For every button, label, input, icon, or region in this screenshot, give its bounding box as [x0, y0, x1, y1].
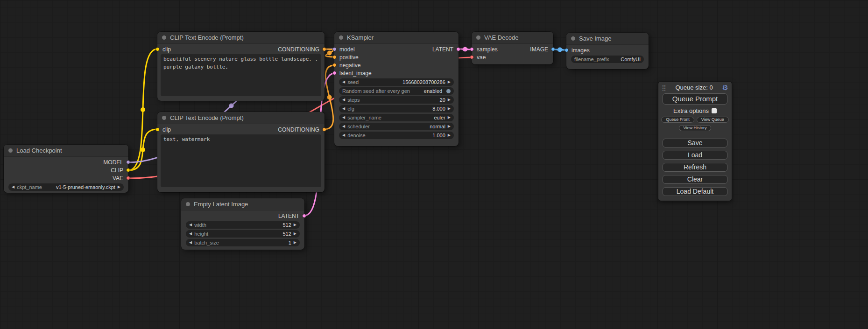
- input-dot-latent-image[interactable]: [332, 71, 337, 75]
- output-dot-clip[interactable]: [126, 168, 130, 172]
- widget-batch-size[interactable]: ◀ batch_size 1 ▶: [186, 239, 300, 246]
- arrow-left-icon[interactable]: ◀: [189, 232, 192, 236]
- node-title-bar[interactable]: CLIP Text Encode (Prompt): [157, 112, 325, 124]
- output-slot-latent: LATENT: [181, 212, 304, 220]
- arrow-right-icon[interactable]: ▶: [294, 241, 296, 245]
- input-dot-model[interactable]: [332, 47, 337, 51]
- view-history-button[interactable]: View History: [679, 125, 712, 131]
- load-button[interactable]: Load: [663, 151, 727, 160]
- node-empty-latent-image[interactable]: Empty Latent Image LATENT ◀ width 512 ▶ …: [181, 198, 304, 250]
- widget-steps[interactable]: ◀ steps 20 ▶: [339, 96, 454, 104]
- arrow-right-icon[interactable]: ▶: [448, 80, 451, 84]
- widget-height[interactable]: ◀ height 512 ▶: [186, 230, 300, 238]
- input-dot-samples[interactable]: [470, 47, 474, 51]
- widget-seed[interactable]: ◀ seed 156680208700286 ▶: [339, 78, 454, 86]
- input-dot-positive[interactable]: [332, 55, 337, 59]
- widget-ckpt-name[interactable]: ◀ ckpt_name v1-5-pruned-emaonly.ckpt ▶: [8, 183, 124, 191]
- arrow-right-icon[interactable]: ▶: [294, 223, 296, 227]
- widget-value: 512: [282, 231, 291, 237]
- arrow-left-icon[interactable]: ◀: [342, 107, 345, 111]
- widget-filename-prefix[interactable]: filename_prefix ComfyUI: [571, 56, 644, 63]
- arrow-right-icon[interactable]: ▶: [448, 116, 451, 119]
- node-title-bar[interactable]: Save Image: [566, 33, 649, 45]
- drag-handle-icon[interactable]: ⣿: [662, 84, 666, 91]
- arrow-left-icon[interactable]: ◀: [342, 116, 345, 119]
- input-slot-positive: positive: [334, 53, 459, 61]
- node-collapse-dot[interactable]: [476, 35, 480, 40]
- output-dot-latent[interactable]: [302, 214, 306, 218]
- output-slot-clip: CLIP: [4, 166, 128, 174]
- input-dot-images[interactable]: [565, 48, 569, 52]
- node-title-bar[interactable]: Empty Latent Image: [181, 198, 304, 210]
- output-dot-image[interactable]: [551, 47, 555, 51]
- input-label-latent-image: latent_image: [339, 70, 372, 77]
- settings-gear-icon[interactable]: ⚙: [722, 84, 728, 91]
- node-title-bar[interactable]: CLIP Text Encode (Prompt): [157, 32, 325, 44]
- output-label-image: IMAGE: [530, 46, 548, 53]
- widget-width[interactable]: ◀ width 512 ▶: [186, 221, 300, 229]
- output-dot-latent[interactable]: [456, 47, 460, 51]
- widget-label: cfg: [347, 106, 354, 112]
- output-slot-vae: VAE: [4, 174, 128, 182]
- node-title-bar[interactable]: VAE Decode: [472, 32, 553, 44]
- arrow-right-icon[interactable]: ▶: [448, 107, 451, 111]
- extra-options-checkbox[interactable]: [712, 108, 717, 113]
- node-collapse-dot[interactable]: [186, 202, 190, 206]
- node-vae-decode[interactable]: VAE Decode samples IMAGE vae: [472, 32, 553, 64]
- arrow-right-icon[interactable]: ▶: [294, 232, 296, 236]
- node-collapse-dot[interactable]: [162, 116, 166, 120]
- node-save-image[interactable]: Save Image images filename_prefix ComfyU…: [566, 33, 649, 69]
- node-title-bar[interactable]: Load Checkpoint: [4, 145, 128, 157]
- queue-prompt-button[interactable]: Queue Prompt: [663, 93, 727, 105]
- clear-button[interactable]: Clear: [663, 175, 727, 184]
- negative-prompt-textarea[interactable]: text, watermark: [161, 134, 321, 187]
- widget-scheduler[interactable]: ◀ scheduler normal ▶: [339, 123, 454, 130]
- arrow-left-icon[interactable]: ◀: [342, 98, 345, 102]
- arrow-right-icon[interactable]: ▶: [448, 98, 451, 102]
- arrow-right-icon[interactable]: ▶: [448, 125, 451, 128]
- node-collapse-dot[interactable]: [339, 35, 343, 40]
- view-queue-button[interactable]: View Queue: [697, 117, 729, 123]
- widget-denoise[interactable]: ◀ denoise 1.000 ▶: [339, 132, 454, 139]
- output-dot-model[interactable]: [126, 160, 130, 164]
- arrow-left-icon[interactable]: ◀: [342, 125, 345, 128]
- positive-prompt-textarea[interactable]: beautiful scenery nature glass bottle la…: [161, 54, 321, 96]
- output-dot-conditioning[interactable]: [322, 127, 326, 132]
- node-clip-text-encode-negative[interactable]: CLIP Text Encode (Prompt) clip CONDITION…: [157, 112, 325, 192]
- input-dot-vae[interactable]: [470, 55, 474, 59]
- node-title-bar[interactable]: KSampler: [334, 32, 459, 44]
- node-collapse-dot[interactable]: [571, 36, 575, 41]
- arrow-left-icon[interactable]: ◀: [12, 185, 14, 189]
- widget-sampler-name[interactable]: ◀ sampler_name euler ▶: [339, 114, 454, 121]
- input-slot-negative: negative: [334, 61, 459, 69]
- node-collapse-dot[interactable]: [8, 148, 13, 153]
- arrow-left-icon[interactable]: ◀: [189, 241, 192, 245]
- input-label-images: images: [572, 47, 590, 54]
- arrow-right-icon[interactable]: ▶: [448, 133, 451, 137]
- node-clip-text-encode-positive[interactable]: CLIP Text Encode (Prompt) clip CONDITION…: [157, 32, 325, 101]
- arrow-left-icon[interactable]: ◀: [342, 133, 345, 137]
- save-button[interactable]: Save: [663, 139, 727, 147]
- node-load-checkpoint[interactable]: Load Checkpoint MODEL CLIP VAE ◀ ckpt_na…: [4, 145, 128, 193]
- widget-random-seed-toggle[interactable]: Random seed after every gen enabled: [339, 87, 454, 95]
- input-dot-negative[interactable]: [332, 63, 337, 67]
- widget-cfg[interactable]: ◀ cfg 8.000 ▶: [339, 105, 454, 112]
- arrow-left-icon[interactable]: ◀: [342, 80, 345, 84]
- arrow-right-icon[interactable]: ▶: [118, 185, 120, 189]
- node-ksampler[interactable]: KSampler model LATENT positive negative …: [334, 32, 459, 146]
- output-dot-vae[interactable]: [126, 176, 130, 180]
- node-collapse-dot[interactable]: [162, 35, 166, 40]
- output-dot-conditioning[interactable]: [322, 47, 326, 51]
- queue-front-button[interactable]: Queue Front: [661, 117, 694, 123]
- widget-value: ComfyUI: [621, 56, 641, 62]
- input-dot-clip[interactable]: [155, 47, 160, 51]
- refresh-button[interactable]: Refresh: [663, 163, 727, 172]
- arrow-left-icon[interactable]: ◀: [189, 223, 192, 227]
- toggle-knob[interactable]: [446, 89, 451, 93]
- input-dot-clip[interactable]: [155, 127, 160, 132]
- widget-value: v1-5-pruned-emaonly.ckpt: [56, 184, 115, 190]
- widget-value: enabled: [424, 88, 442, 94]
- input-label-samples: samples: [477, 46, 498, 53]
- node-graph-canvas[interactable]: Load Checkpoint MODEL CLIP VAE ◀ ckpt_na…: [0, 0, 868, 329]
- load-default-button[interactable]: Load Default: [663, 187, 727, 196]
